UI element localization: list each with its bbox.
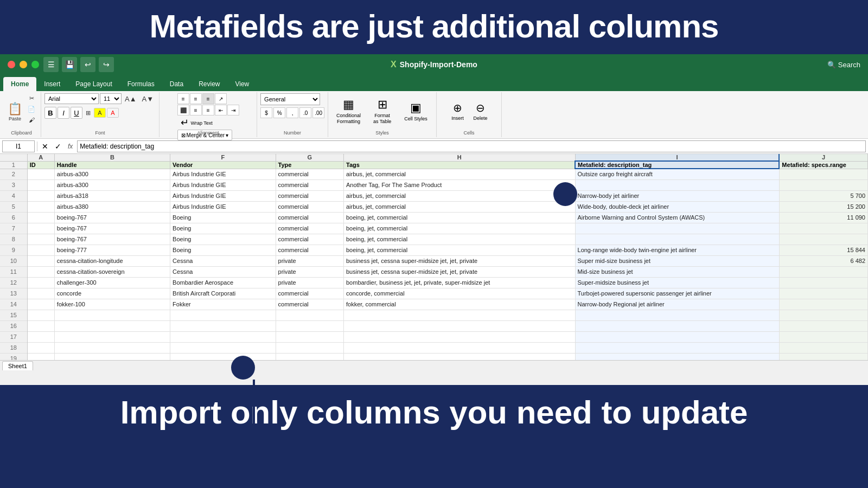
- cell[interactable]: [343, 310, 575, 320]
- orient-button[interactable]: ↗: [215, 93, 227, 104]
- align-top-right-button[interactable]: ≡: [202, 93, 214, 104]
- cell[interactable]: airbus-a318: [54, 190, 170, 201]
- cell[interactable]: [27, 310, 54, 320]
- cell[interactable]: commercial: [276, 179, 343, 190]
- cell[interactable]: Airbus Industrie GIE: [170, 179, 276, 190]
- font-grow-button[interactable]: A▲: [123, 94, 139, 104]
- col-g-header[interactable]: G: [276, 154, 343, 161]
- font-size-select[interactable]: 11: [100, 93, 122, 104]
- cell[interactable]: concorde, commercial: [343, 288, 575, 299]
- cell[interactable]: 11 090: [779, 212, 867, 223]
- cell[interactable]: commercial: [276, 245, 343, 255]
- col-a-header[interactable]: A: [27, 154, 54, 161]
- align-right-button[interactable]: ≡: [202, 105, 214, 115]
- col-b-header[interactable]: B: [54, 154, 170, 161]
- cell[interactable]: Super-midsize business jet: [575, 277, 779, 288]
- cell[interactable]: [170, 353, 276, 360]
- cell[interactable]: boeing, jet, commercial: [343, 212, 575, 223]
- cell[interactable]: [54, 310, 170, 320]
- tab-review[interactable]: Review: [191, 77, 227, 91]
- cell[interactable]: Airbus Industrie GIE: [170, 190, 276, 201]
- cell[interactable]: [27, 342, 54, 353]
- cell[interactable]: [575, 223, 779, 234]
- cell[interactable]: business jet, cessna super-midsize jet, …: [343, 255, 575, 266]
- cell[interactable]: boeing-767: [54, 212, 170, 223]
- cell[interactable]: private: [276, 255, 343, 266]
- cell[interactable]: Airbus Industrie GIE: [170, 201, 276, 212]
- cell[interactable]: concorde: [54, 288, 170, 299]
- decimal-increase-button[interactable]: .0: [299, 107, 311, 118]
- cell[interactable]: [575, 353, 779, 360]
- cell[interactable]: Boeing: [170, 212, 276, 223]
- cell[interactable]: Tags: [343, 161, 575, 169]
- cell[interactable]: private: [276, 277, 343, 288]
- cell[interactable]: [27, 353, 54, 360]
- cell[interactable]: Cessna: [170, 255, 276, 266]
- cell[interactable]: [779, 234, 867, 245]
- cell[interactable]: [779, 288, 867, 299]
- cell[interactable]: [54, 320, 170, 331]
- cell[interactable]: [779, 169, 867, 179]
- cell[interactable]: Long-range wide-body twin-engine jet air…: [575, 245, 779, 255]
- insert-button[interactable]: ⊕ Insert: [447, 94, 469, 128]
- cell[interactable]: [575, 320, 779, 331]
- cell[interactable]: cessna-citation-sovereign: [54, 266, 170, 277]
- cell[interactable]: fokker-100: [54, 299, 170, 310]
- cell[interactable]: airbus-a300: [54, 179, 170, 190]
- cell[interactable]: airbus-a380: [54, 201, 170, 212]
- cell[interactable]: [779, 299, 867, 310]
- format-painter-button[interactable]: 🖌: [25, 115, 37, 125]
- search-area[interactable]: 🔍 Search: [827, 61, 860, 69]
- cell[interactable]: airbus, jet, commercial: [343, 190, 575, 201]
- cell[interactable]: commercial: [276, 201, 343, 212]
- font-color-button[interactable]: A: [107, 108, 119, 118]
- cell[interactable]: Turbojet-powered supersonic passenger je…: [575, 288, 779, 299]
- conditional-formatting-button[interactable]: ▦ ConditionalFormatting: [333, 94, 365, 128]
- number-format-select[interactable]: General: [260, 93, 320, 105]
- cell[interactable]: fokker, commercial: [343, 299, 575, 310]
- font-shrink-button[interactable]: A▼: [140, 94, 156, 104]
- cell[interactable]: Type: [276, 161, 343, 169]
- cell[interactable]: Mid-size business jet: [575, 266, 779, 277]
- delete-button[interactable]: ⊖ Delete: [470, 94, 492, 128]
- underline-button[interactable]: U: [71, 107, 82, 119]
- cell[interactable]: [276, 320, 343, 331]
- cell[interactable]: [575, 342, 779, 353]
- cell[interactable]: British Aircraft Corporati: [170, 288, 276, 299]
- col-i-header[interactable]: I: [575, 154, 779, 161]
- cell-styles-button[interactable]: ▣ Cell Styles: [400, 94, 432, 128]
- cell[interactable]: [276, 331, 343, 342]
- cell[interactable]: boeing, jet, commercial: [343, 223, 575, 234]
- cell[interactable]: commercial: [276, 223, 343, 234]
- col-f-header[interactable]: F: [170, 154, 276, 161]
- cell[interactable]: ID: [27, 161, 54, 169]
- tab-view[interactable]: View: [227, 77, 257, 91]
- cell[interactable]: boeing-767: [54, 223, 170, 234]
- cell[interactable]: [779, 342, 867, 353]
- indent-decrease-button[interactable]: ⇤: [215, 105, 227, 115]
- cell[interactable]: [779, 331, 867, 342]
- cell[interactable]: [779, 266, 867, 277]
- cell[interactable]: [276, 353, 343, 360]
- cell[interactable]: [276, 342, 343, 353]
- cell[interactable]: [779, 310, 867, 320]
- cell[interactable]: cessna-citation-longitude: [54, 255, 170, 266]
- cell[interactable]: Fokker: [170, 299, 276, 310]
- indent-increase-button[interactable]: ⇥: [227, 105, 239, 115]
- cell[interactable]: Cessna: [170, 266, 276, 277]
- cell[interactable]: [779, 223, 867, 234]
- tab-home[interactable]: Home: [3, 77, 36, 91]
- cell[interactable]: Super mid-size business jet: [575, 255, 779, 266]
- cell[interactable]: [27, 299, 54, 310]
- cell[interactable]: commercial: [276, 169, 343, 179]
- cell[interactable]: Metafield: specs.range: [779, 161, 867, 169]
- cancel-formula-button[interactable]: ✕: [40, 141, 50, 152]
- cell[interactable]: [343, 353, 575, 360]
- cell[interactable]: 6 482: [779, 255, 867, 266]
- cell[interactable]: [779, 353, 867, 360]
- cell[interactable]: Narrow-body jet airliner: [575, 190, 779, 201]
- cell[interactable]: airbus, jet, commercial: [343, 201, 575, 212]
- cell[interactable]: [170, 310, 276, 320]
- col-h-header[interactable]: H: [343, 154, 575, 161]
- maximize-button[interactable]: [31, 61, 39, 68]
